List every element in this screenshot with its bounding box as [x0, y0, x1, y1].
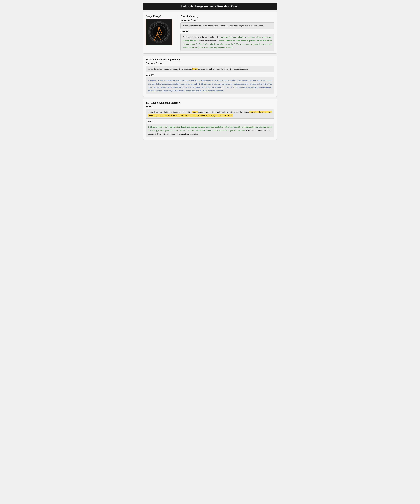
prompt-box-3: Please determine whether the image given… [146, 109, 274, 119]
prompt3-after: contains anomalies or defects. If yes, g… [198, 111, 250, 113]
section1-right: Zero-shot (naive) Language Prompt Please… [181, 15, 274, 51]
image-prompt-label: Image Prompt [146, 15, 175, 18]
prompt2-after: contains anomalies or defects. If yes, g… [198, 68, 248, 70]
section3-title: Zero-shot (with human expertise) [146, 101, 274, 104]
prompt-box-1: Please determine whether the image conta… [181, 22, 274, 29]
gpt-response-2: 1. There's a strand or cord-like materia… [146, 77, 274, 94]
prompt2-before: Please determine whether the image given… [148, 68, 192, 70]
prompt3-before: Please determine whether the image given… [148, 111, 192, 113]
section1-card: Image Prompt [143, 12, 277, 54]
bottle-image [146, 19, 172, 45]
gpt-response-black1: The image appears to show a circular obj… [183, 36, 221, 38]
section2-title: Zero-shot (with class information) [146, 58, 274, 61]
gpt-label-1: GPT-4V [181, 30, 274, 33]
section2-card: Zero-shot (with class information) Langu… [143, 55, 277, 97]
section1-top: Image Prompt [146, 15, 274, 51]
image-prompt-col: Image Prompt [146, 15, 178, 51]
prompt-box-2: Please determine whether the image given… [146, 66, 274, 72]
page-title: Industrial Image Anomaly Detection: Case… [143, 3, 277, 10]
gpt-response-2-text: 1. There's a strand or cord-like materia… [148, 79, 272, 92]
svg-point-6 [153, 26, 165, 38]
prompt-label-3: Prompt [146, 105, 274, 108]
section3-card: Zero-shot (with human expertise) Prompt … [143, 99, 277, 140]
language-prompt-label-1: Language Prompt [181, 19, 274, 21]
gpt-label-3: GPT-4V [146, 120, 274, 123]
zero-shot-naive-label: Zero-shot (naive) [181, 15, 274, 18]
gpt-response-black2: Upon examination: [199, 40, 216, 42]
page-container: Industrial Image Anomaly Detection: Case… [141, 1, 279, 143]
prompt2-highlight: bottle [192, 68, 198, 70]
gpt-label-2: GPT-4V [146, 73, 274, 76]
gpt-response-1: The image appears to show a circular obj… [181, 34, 274, 51]
prompt3-highlight: bottle [192, 111, 198, 113]
language-prompt-label-2: Language Prompt [146, 62, 274, 65]
prompt-text-1: Please determine whether the image conta… [183, 24, 264, 27]
gpt-response-3: 1. There appears to be some string or th… [146, 124, 274, 137]
